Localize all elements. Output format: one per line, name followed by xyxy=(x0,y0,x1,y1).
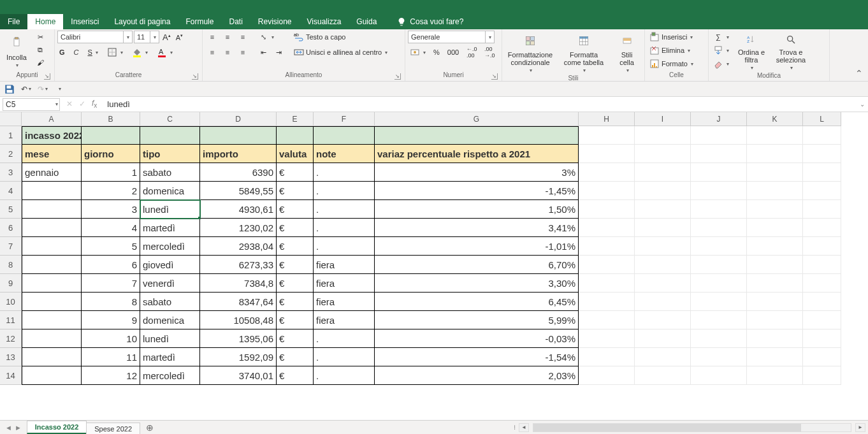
cell[interactable] xyxy=(803,145,841,163)
cell[interactable] xyxy=(635,293,691,311)
row-header[interactable]: 11 xyxy=(0,311,21,329)
cell[interactable] xyxy=(635,219,691,237)
cell[interactable] xyxy=(803,219,841,237)
tab-page-layout[interactable]: Layout di pagina xyxy=(106,14,178,29)
cell[interactable] xyxy=(635,163,691,182)
column-header[interactable]: H xyxy=(579,112,635,126)
cell[interactable]: € xyxy=(277,200,314,219)
clear-button[interactable]: ▾ xyxy=(711,57,731,70)
tab-review[interactable]: Revisione xyxy=(250,14,300,29)
cell[interactable] xyxy=(375,126,579,145)
cell[interactable] xyxy=(579,274,635,293)
cell[interactable] xyxy=(691,145,747,163)
cell[interactable] xyxy=(691,200,747,219)
cell[interactable] xyxy=(691,366,747,385)
autosum-button[interactable]: ∑▾ xyxy=(711,31,731,43)
cell[interactable]: mese xyxy=(22,145,82,163)
cell[interactable] xyxy=(803,126,841,145)
format-cells-button[interactable]: Formato▾ xyxy=(647,57,695,70)
cell[interactable]: 8347,64 xyxy=(200,293,277,311)
cell[interactable]: mercoledì xyxy=(140,237,200,256)
tab-view[interactable]: Visualizza xyxy=(300,14,349,29)
cut-button[interactable]: ✂ xyxy=(33,31,47,43)
hscroll-thumb[interactable] xyxy=(533,424,801,431)
row-header[interactable]: 14 xyxy=(0,366,21,385)
cell[interactable]: sabato xyxy=(140,293,200,311)
column-header[interactable]: J xyxy=(691,112,747,126)
cell[interactable]: € xyxy=(277,348,314,366)
cell[interactable] xyxy=(747,163,803,182)
cell[interactable]: € xyxy=(277,163,314,182)
cell[interactable]: domenica xyxy=(140,182,200,200)
add-sheet-button[interactable]: ⊕ xyxy=(140,423,160,433)
cell[interactable] xyxy=(579,366,635,385)
column-header[interactable]: I xyxy=(635,112,691,126)
column-header[interactable]: C xyxy=(140,112,200,126)
cell[interactable]: valuta xyxy=(277,145,314,163)
cell[interactable] xyxy=(82,126,140,145)
undo-button[interactable]: ↶▾ xyxy=(20,83,32,95)
cell[interactable]: 1 xyxy=(82,163,140,182)
cell[interactable]: 4930,61 xyxy=(200,200,277,219)
decrease-decimal-button[interactable]: .00→.0 xyxy=(482,46,496,59)
fill-handle[interactable] xyxy=(198,216,200,219)
cell[interactable]: 10508,48 xyxy=(200,311,277,329)
decrease-indent-button[interactable]: ⇤ xyxy=(256,46,270,59)
cell[interactable] xyxy=(747,274,803,293)
cell[interactable]: fiera xyxy=(314,293,375,311)
cell[interactable] xyxy=(803,200,841,219)
dialog-launcher-clipboard[interactable]: ↘ xyxy=(44,73,50,80)
cell[interactable]: € xyxy=(277,237,314,256)
cell[interactable] xyxy=(747,311,803,329)
cell[interactable] xyxy=(22,182,82,200)
cell[interactable] xyxy=(747,329,803,348)
tell-me[interactable]: Cosa vuoi fare? xyxy=(389,14,471,29)
cell[interactable]: 11 xyxy=(82,348,140,366)
cell[interactable]: 6 xyxy=(82,256,140,274)
cell[interactable] xyxy=(579,163,635,182)
name-box[interactable]: C5▾ xyxy=(3,98,60,111)
format-painter-button[interactable]: 🖌 xyxy=(33,56,47,69)
cell[interactable] xyxy=(579,200,635,219)
row-header[interactable]: 5 xyxy=(0,200,21,219)
row-header[interactable]: 9 xyxy=(0,274,21,293)
cell[interactable]: giorno xyxy=(82,145,140,163)
cell[interactable] xyxy=(635,182,691,200)
cell[interactable]: gennaio xyxy=(22,163,82,182)
column-header[interactable]: B xyxy=(82,112,140,126)
cell[interactable]: € xyxy=(277,293,314,311)
cell[interactable] xyxy=(747,237,803,256)
cell[interactable] xyxy=(635,145,691,163)
collapse-ribbon-button[interactable]: ⌃ xyxy=(854,68,864,78)
row-header[interactable]: 3 xyxy=(0,163,21,182)
cell[interactable]: 6273,33 xyxy=(200,256,277,274)
tab-file[interactable]: File xyxy=(0,14,27,29)
save-button[interactable] xyxy=(4,83,15,95)
cell[interactable]: venerdì xyxy=(140,274,200,293)
cell[interactable] xyxy=(22,366,82,385)
cell[interactable]: . xyxy=(314,329,375,348)
align-bottom-button[interactable]: ≡ xyxy=(236,31,250,43)
italic-button[interactable]: C xyxy=(72,46,81,59)
cell[interactable]: fiera xyxy=(314,311,375,329)
cell[interactable] xyxy=(22,311,82,329)
row-header[interactable]: 4 xyxy=(0,182,21,200)
increase-font-button[interactable]: A▴ xyxy=(161,31,173,43)
cell[interactable]: tipo xyxy=(140,145,200,163)
cell[interactable] xyxy=(691,293,747,311)
cell[interactable] xyxy=(635,348,691,366)
font-color-button[interactable]: A▾ xyxy=(155,46,175,59)
decrease-font-button[interactable]: A▾ xyxy=(174,31,185,43)
sheet-splitter[interactable]: ⁞ xyxy=(512,424,516,431)
cell[interactable] xyxy=(635,200,691,219)
sort-filter-button[interactable]: AZ Ordina e filtra▾ xyxy=(734,31,769,72)
cell[interactable]: € xyxy=(277,219,314,237)
cell[interactable]: 6,70% xyxy=(375,256,579,274)
cell[interactable]: . xyxy=(314,366,375,385)
paste-button[interactable]: Incolla ▾ xyxy=(3,31,31,69)
redo-button[interactable]: ↷▾ xyxy=(37,83,48,95)
font-size-combo[interactable]: 11▾ xyxy=(134,31,159,43)
cell[interactable]: 1,50% xyxy=(375,200,579,219)
cell[interactable] xyxy=(22,348,82,366)
spreadsheet-grid[interactable]: ABCDEFGHIJKL 1234567891011121314 incasso… xyxy=(0,112,868,420)
